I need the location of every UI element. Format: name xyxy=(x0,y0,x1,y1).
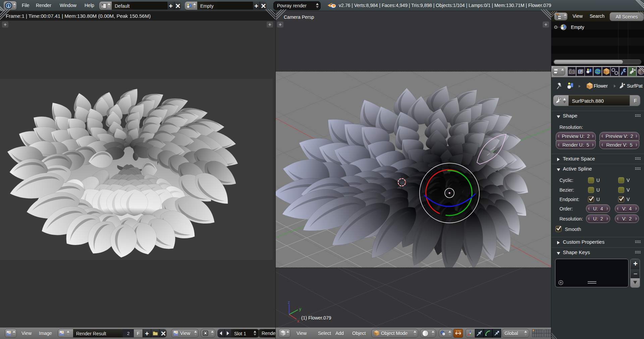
svg-text:i: i xyxy=(8,3,9,8)
svg-text:y: y xyxy=(299,307,301,311)
svg-text:z: z xyxy=(288,300,290,305)
svg-text:x: x xyxy=(297,319,299,324)
